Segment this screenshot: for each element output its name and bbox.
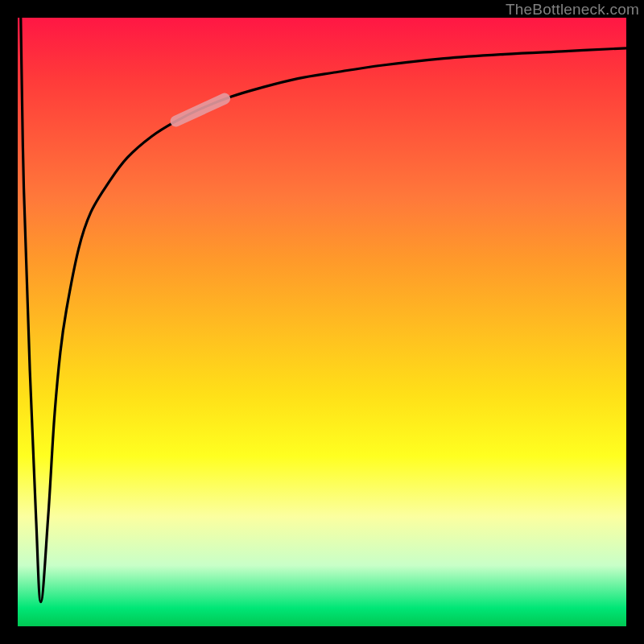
bottleneck-curve	[21, 18, 626, 602]
chart-frame: TheBottleneck.com	[0, 0, 644, 644]
chart-plot-area	[18, 18, 626, 626]
chart-svg	[18, 18, 626, 626]
highlight-segment	[176, 99, 225, 122]
watermark-text: TheBottleneck.com	[506, 1, 639, 19]
